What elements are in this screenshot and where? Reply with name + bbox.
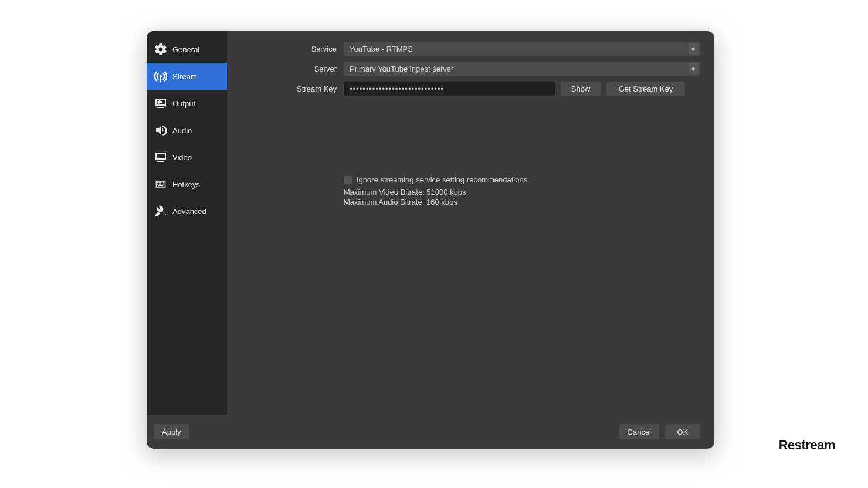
sidebar-item-audio[interactable]: Audio [147,117,227,144]
settings-body: General Stream Output Audio [147,31,714,415]
sidebar-item-general[interactable]: General [147,36,227,63]
streamkey-input[interactable]: ••••••••••••••••••••••••••••• [344,82,555,96]
tools-icon [151,202,170,221]
antenna-icon [151,67,170,86]
service-label: Service [241,45,344,53]
gear-icon [151,40,170,59]
keyboard-icon [151,175,170,194]
sidebar-item-label: Video [172,153,192,162]
server-label: Server [241,65,344,73]
ok-button[interactable]: OK [665,424,700,439]
max-video-bitrate: Maximum Video Bitrate: 51000 kbps [344,188,700,198]
sidebar: General Stream Output Audio [147,31,227,415]
service-value: YouTube - RTMPS [350,45,413,53]
sidebar-item-label: Hotkeys [172,180,200,189]
dropdown-caret-icon [689,63,698,74]
sidebar-item-label: General [172,45,199,54]
show-button[interactable]: Show [561,82,601,96]
streamkey-row: Stream Key •••••••••••••••••••••••••••••… [241,82,700,96]
sidebar-item-label: Advanced [172,207,206,216]
max-audio-bitrate: Maximum Audio Bitrate: 160 kbps [344,198,700,208]
sidebar-item-label: Stream [172,72,197,81]
monitor-icon [151,148,170,167]
sidebar-item-label: Audio [172,126,192,135]
apply-button[interactable]: Apply [154,424,189,439]
cancel-button[interactable]: Cancel [619,424,659,439]
get-stream-key-button[interactable]: Get Stream Key [606,82,685,96]
sidebar-item-stream[interactable]: Stream [147,63,227,90]
streamkey-label: Stream Key [241,84,344,93]
server-value: Primary YouTube ingest server [350,65,453,73]
sidebar-item-label: Output [172,99,195,108]
info-block: Ignore streaming service setting recomme… [344,175,700,208]
server-row: Server Primary YouTube ingest server [241,62,700,76]
restream-watermark: Restream [779,438,835,453]
audio-icon [151,121,170,140]
dropdown-caret-icon [689,43,698,55]
ignore-recommendations-checkbox[interactable] [344,176,352,184]
ignore-recommendations-label: Ignore streaming service setting recomme… [357,175,527,184]
streamkey-value: ••••••••••••••••••••••••••••• [350,84,444,93]
output-icon [151,94,170,113]
service-select[interactable]: YouTube - RTMPS [344,42,700,56]
sidebar-item-advanced[interactable]: Advanced [147,198,227,225]
sidebar-item-output[interactable]: Output [147,90,227,117]
server-select[interactable]: Primary YouTube ingest server [344,62,700,76]
sidebar-item-video[interactable]: Video [147,144,227,171]
settings-window: General Stream Output Audio [147,31,714,449]
settings-main: Service YouTube - RTMPS Server Primary Y… [227,31,714,415]
ignore-recommendations-row: Ignore streaming service setting recomme… [344,175,700,184]
service-row: Service YouTube - RTMPS [241,42,700,56]
sidebar-item-hotkeys[interactable]: Hotkeys [147,171,227,198]
footer: Apply Cancel OK [147,415,714,449]
